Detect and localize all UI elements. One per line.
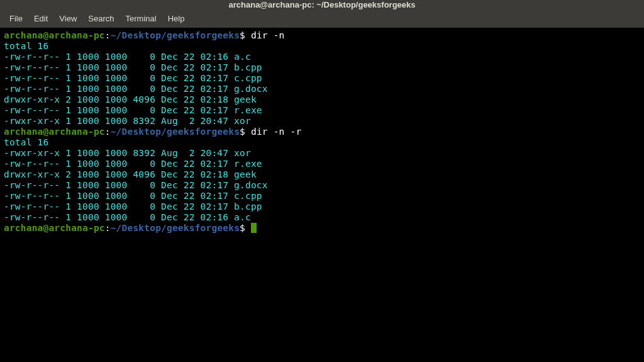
output-line: total 16: [4, 137, 640, 148]
prompt-line: archana@archana-pc:~/Desktop/geeksforgee…: [4, 30, 640, 41]
menu-file[interactable]: File: [5, 13, 27, 24]
menu-edit[interactable]: Edit: [30, 13, 52, 24]
menu-search[interactable]: Search: [84, 13, 118, 24]
output-line: -rw-r--r-- 1 1000 1000 0 Dec 22 02:16 a.…: [4, 52, 640, 62]
output-line: drwxr-xr-x 2 1000 1000 4096 Dec 22 02:18…: [4, 169, 640, 180]
prompt-line: archana@archana-pc:~/Desktop/geeksforgee…: [4, 223, 640, 234]
output-line: -rw-r--r-- 1 1000 1000 0 Dec 22 02:17 c.…: [4, 73, 640, 84]
cursor: [251, 223, 257, 233]
prompt-user-host: archana@archana-pc: [4, 30, 105, 40]
prompt-dollar: $: [240, 223, 251, 233]
prompt-path: ~/Desktop/geeksforgeeks: [111, 223, 240, 233]
terminal-area[interactable]: archana@archana-pc:~/Desktop/geeksforgee…: [0, 28, 644, 362]
output-line: -rw-r--r-- 1 1000 1000 0 Dec 22 02:17 r.…: [4, 159, 640, 169]
output-line: -rw-r--r-- 1 1000 1000 0 Dec 22 02:17 g.…: [4, 84, 640, 94]
prompt-colon: :: [105, 127, 111, 137]
prompt-user-host: archana@archana-pc: [4, 223, 105, 233]
terminal-window: archana@archana-pc: ~/Desktop/geeksforge…: [0, 0, 644, 362]
menu-view[interactable]: View: [55, 13, 81, 24]
prompt-path: ~/Desktop/geeksforgeeks: [111, 30, 240, 40]
menu-terminal[interactable]: Terminal: [121, 13, 161, 24]
prompt-colon: :: [105, 223, 111, 233]
output-line: -rw-r--r-- 1 1000 1000 0 Dec 22 02:17 c.…: [4, 191, 640, 201]
prompt-dollar: $: [240, 30, 251, 40]
output-line: -rw-r--r-- 1 1000 1000 0 Dec 22 02:16 a.…: [4, 212, 640, 223]
prompt-dollar: $: [240, 127, 251, 137]
output-line: -rwxr-xr-x 1 1000 1000 8392 Aug 2 20:47 …: [4, 148, 640, 159]
output-line: drwxr-xr-x 2 1000 1000 4096 Dec 22 02:18…: [4, 94, 640, 105]
prompt-user-host: archana@archana-pc: [4, 127, 105, 137]
prompt-path: ~/Desktop/geeksforgeeks: [111, 127, 240, 137]
menubar: File Edit View Search Terminal Help: [0, 10, 644, 28]
window-title: archana@archana-pc: ~/Desktop/geeksforge…: [229, 0, 416, 9]
output-line: -rw-r--r-- 1 1000 1000 0 Dec 22 02:17 b.…: [4, 62, 640, 73]
prompt-colon: :: [105, 30, 111, 40]
output-line: total 16: [4, 41, 640, 52]
output-line: -rw-r--r-- 1 1000 1000 0 Dec 22 02:17 g.…: [4, 180, 640, 191]
output-line: -rw-r--r-- 1 1000 1000 0 Dec 22 02:17 r.…: [4, 105, 640, 116]
prompt-line: archana@archana-pc:~/Desktop/geeksforgee…: [4, 127, 640, 137]
command-text: dir -n -r: [251, 127, 301, 137]
output-line: -rw-r--r-- 1 1000 1000 0 Dec 22 02:17 b.…: [4, 201, 640, 212]
command-text: dir -n: [251, 30, 285, 40]
menu-help[interactable]: Help: [164, 13, 189, 24]
window-titlebar: archana@archana-pc: ~/Desktop/geeksforge…: [0, 0, 644, 10]
output-line: -rwxr-xr-x 1 1000 1000 8392 Aug 2 20:47 …: [4, 116, 640, 127]
